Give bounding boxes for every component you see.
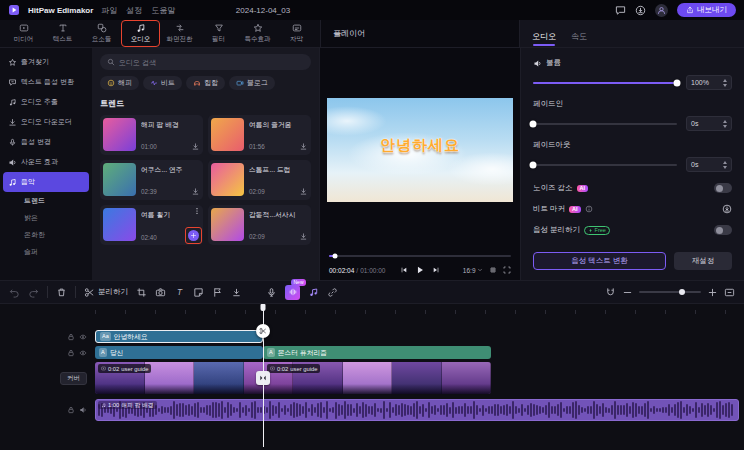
sidebar-subitem[interactable]: 슬퍼 — [3, 243, 89, 260]
fade-in-slider[interactable] — [533, 123, 677, 125]
more-options-icon[interactable] — [193, 207, 201, 215]
tab-audio[interactable]: 오디오 — [532, 31, 556, 47]
noise-reduction-toggle[interactable] — [714, 183, 732, 193]
menu-item[interactable]: 파일 — [101, 5, 117, 16]
timeline-zoom-slider[interactable] — [639, 291, 701, 293]
fade-in-value-field[interactable]: 0s — [686, 116, 732, 131]
export-button[interactable]: 내보내기 — [677, 3, 736, 17]
snapshot-button[interactable] — [155, 287, 166, 298]
ribbon-tab[interactable]: 자막 — [278, 21, 315, 46]
lock-icon[interactable] — [67, 349, 75, 357]
fade-out-stepper[interactable] — [723, 161, 727, 169]
previous-frame-button[interactable] — [400, 266, 408, 274]
download-track-icon[interactable] — [299, 142, 308, 151]
link-clips-button[interactable] — [327, 287, 338, 298]
undo-button[interactable] — [9, 287, 20, 298]
music-card[interactable]: 스톰프... 드럼 02:09 — [208, 160, 311, 200]
playhead-scissors-handle[interactable] — [256, 324, 270, 338]
ribbon-tab[interactable]: 화면전환 — [161, 21, 198, 46]
sidebar-item[interactable]: 텍스트 음성 변환 — [3, 72, 89, 92]
music-card[interactable]: 여름의 즐거움 01:56 — [208, 115, 311, 155]
zoom-out-button[interactable] — [622, 287, 633, 298]
sidebar-item[interactable]: 오디오 다운로더 — [3, 112, 89, 132]
volume-slider-handle[interactable] — [674, 79, 681, 86]
redo-button[interactable] — [28, 287, 39, 298]
volume-value-field[interactable]: 100% — [686, 75, 732, 90]
music-card[interactable]: 어쿠스... 연주 02:39 — [100, 160, 203, 200]
feedback-icon[interactable] — [615, 5, 626, 16]
add-text-button[interactable]: T — [174, 287, 185, 298]
sidebar-subitem[interactable]: 트렌드 — [3, 192, 89, 209]
reset-button[interactable]: 재설정 — [674, 252, 732, 270]
fade-in-slider-handle[interactable] — [530, 120, 537, 127]
volume-slider[interactable] — [533, 82, 677, 84]
sidebar-subitem[interactable]: 밝은 — [3, 209, 89, 226]
menu-item[interactable]: 설정 — [126, 5, 142, 16]
download-track-icon[interactable] — [191, 187, 200, 196]
download-track-icon[interactable] — [299, 187, 308, 196]
snap-toggle[interactable] — [605, 287, 616, 298]
step-up-icon[interactable] — [723, 79, 727, 82]
timeline-ruler[interactable] — [95, 304, 744, 314]
play-button[interactable] — [415, 265, 425, 275]
mute-icon[interactable] — [79, 406, 87, 414]
marker-button[interactable] — [212, 287, 223, 298]
split-button[interactable]: 분리하기 — [84, 287, 128, 298]
fade-out-slider[interactable] — [533, 164, 677, 166]
voiceover-button[interactable] — [266, 287, 277, 298]
visibility-icon[interactable] — [79, 349, 87, 357]
ribbon-tab[interactable]: 필터 — [200, 21, 237, 46]
step-down-icon[interactable] — [723, 84, 727, 87]
menu-item[interactable]: 도움말 — [151, 5, 175, 16]
step-down-icon[interactable] — [723, 125, 727, 128]
lock-icon[interactable] — [67, 406, 75, 414]
sidebar-item[interactable]: 즐겨찾기 — [3, 52, 89, 72]
ribbon-tab[interactable]: 텍스트 — [44, 21, 81, 46]
ribbon-tab[interactable]: 특수효과 — [239, 21, 276, 46]
export-frame-button[interactable] — [231, 287, 242, 298]
timeline[interactable]: 커버 Aa 안녕하세요 A 당신 A 몬스터 퓨처리즘 0:02 user gu… — [0, 304, 744, 450]
vocal-separation-toggle[interactable] — [714, 225, 732, 235]
delete-button[interactable] — [56, 287, 67, 298]
fade-out-value-field[interactable]: 0s — [686, 157, 732, 172]
video-clip[interactable]: 0:02 user guide 0:02 user guide — [95, 362, 491, 394]
tab-speed[interactable]: 속도 — [571, 31, 587, 47]
downloads-icon[interactable] — [635, 5, 646, 16]
fullscreen-icon[interactable] — [503, 266, 511, 274]
search-input[interactable] — [119, 59, 304, 66]
sidebar-item[interactable]: 음성 변경 — [3, 132, 89, 152]
seek-bar[interactable] — [320, 252, 520, 260]
music-card[interactable]: 감동적...서사시 02:09 — [208, 205, 311, 245]
fade-in-stepper[interactable] — [723, 120, 727, 128]
zoom-slider-handle[interactable] — [679, 289, 685, 295]
step-down-icon[interactable] — [723, 166, 727, 169]
zoom-in-button[interactable] — [707, 287, 718, 298]
avatar[interactable] — [655, 4, 668, 17]
category-chip[interactable]: 블로그 — [229, 76, 275, 90]
audio-clip[interactable]: 1:00 해피 팝 배경 — [95, 399, 739, 421]
video-preview[interactable]: 안녕하세요 — [327, 98, 513, 202]
beat-marker-download-icon[interactable] — [722, 204, 732, 214]
aspect-ratio-select[interactable]: 16:9 — [463, 267, 483, 274]
crop-button[interactable] — [136, 287, 147, 298]
visibility-icon[interactable] — [79, 333, 87, 341]
sticker-button[interactable] — [193, 287, 204, 298]
add-to-timeline-button[interactable] — [188, 230, 199, 241]
lock-icon[interactable] — [67, 333, 75, 341]
ribbon-tab[interactable]: 미디어 — [5, 21, 42, 46]
category-chip[interactable]: 힙합 — [186, 76, 225, 90]
vocal-separation-button[interactable] — [308, 287, 319, 298]
search-bar[interactable] — [100, 54, 311, 70]
subtitle-clip[interactable]: A 몬스터 퓨처리즘 — [263, 346, 491, 359]
volume-stepper[interactable] — [723, 79, 727, 87]
text-clip-2[interactable]: A 당신 — [95, 346, 263, 359]
ribbon-tab[interactable]: 요소들 — [83, 21, 120, 46]
audio-to-text-button[interactable]: New — [285, 285, 300, 300]
sidebar-item[interactable]: 사운드 효과 — [3, 152, 89, 172]
download-track-icon[interactable] — [299, 232, 308, 241]
sidebar-item[interactable]: 음악 — [3, 172, 89, 192]
speech-to-text-button[interactable]: 음성 텍스트 변환 — [533, 252, 666, 270]
ribbon-tab[interactable]: 오디오 — [122, 21, 159, 46]
fit-timeline-button[interactable] — [724, 287, 735, 298]
playhead-marker[interactable] — [261, 304, 266, 311]
